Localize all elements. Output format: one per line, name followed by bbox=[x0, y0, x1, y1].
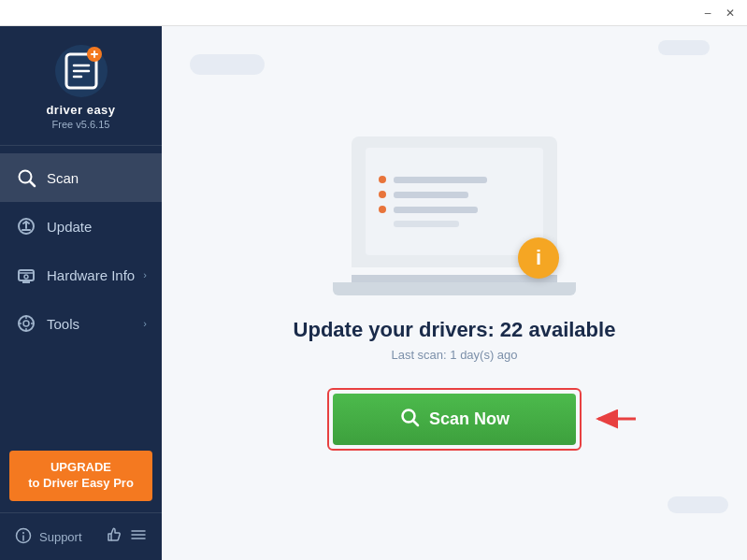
laptop-illustration: i bbox=[333, 136, 576, 295]
screen-line-4 bbox=[379, 221, 530, 227]
upgrade-button[interactable]: UPGRADE to Driver Easy Pro bbox=[9, 451, 152, 501]
screen-bar-3 bbox=[394, 207, 478, 213]
tools-chevron-icon: › bbox=[143, 318, 147, 329]
update-icon bbox=[15, 215, 37, 237]
sidebar-item-scan[interactable]: Scan bbox=[0, 153, 162, 202]
list-icon[interactable] bbox=[130, 526, 147, 547]
laptop-base bbox=[333, 282, 576, 295]
screen-dot-3 bbox=[379, 206, 386, 213]
svg-point-8 bbox=[24, 275, 28, 279]
support-icon bbox=[15, 527, 32, 547]
thumbs-up-icon[interactable] bbox=[106, 526, 122, 547]
screen-line-3 bbox=[379, 206, 530, 213]
svg-point-12 bbox=[23, 321, 29, 326]
sidebar-item-update[interactable]: Update bbox=[0, 202, 162, 251]
cloud-decoration-1 bbox=[190, 54, 265, 75]
scan-icon bbox=[15, 166, 37, 189]
title-bar: – ✕ bbox=[0, 0, 747, 26]
support-label: Support bbox=[39, 530, 82, 544]
laptop-hinge bbox=[352, 275, 557, 282]
cloud-decoration-2 bbox=[658, 40, 710, 55]
laptop-screen-inner bbox=[366, 148, 543, 255]
scan-btn-border: Scan Now bbox=[327, 388, 582, 451]
sidebar-item-update-label: Update bbox=[47, 219, 147, 235]
main-heading: Update your drivers: 22 available bbox=[294, 318, 616, 342]
screen-dot-1 bbox=[379, 176, 386, 183]
driver-easy-logo bbox=[55, 45, 108, 97]
svg-line-23 bbox=[413, 421, 418, 425]
sidebar: driver easy Free v5.6.15 Scan bbox=[0, 26, 162, 560]
screen-bar-1 bbox=[394, 177, 487, 183]
scan-now-label: Scan Now bbox=[429, 409, 510, 429]
support-link[interactable]: Support bbox=[15, 527, 82, 547]
main-subtext: Last scan: 1 day(s) ago bbox=[391, 348, 517, 362]
search-icon bbox=[399, 407, 420, 432]
screen-bar-4 bbox=[394, 221, 459, 227]
sidebar-footer: Support bbox=[0, 512, 162, 560]
screen-line-1 bbox=[379, 176, 530, 183]
logo-section: driver easy Free v5.6.15 bbox=[0, 26, 162, 146]
logo-text: driver easy bbox=[46, 103, 115, 117]
upgrade-line2: to Driver Easy Pro bbox=[17, 476, 145, 492]
logo-version: Free v5.6.15 bbox=[52, 119, 110, 130]
tools-icon bbox=[15, 312, 37, 335]
red-arrow-icon bbox=[591, 400, 638, 438]
app-body: driver easy Free v5.6.15 Scan bbox=[0, 26, 747, 560]
svg-line-4 bbox=[30, 181, 35, 186]
sidebar-item-hardware-label: Hardware Info bbox=[47, 267, 143, 283]
screen-dot-2 bbox=[379, 191, 386, 198]
info-badge: i bbox=[518, 237, 559, 279]
cloud-decoration-3 bbox=[668, 496, 728, 513]
scan-btn-container: Scan Now bbox=[327, 388, 582, 451]
scan-now-button[interactable]: Scan Now bbox=[333, 394, 576, 445]
hardware-chevron-icon: › bbox=[143, 269, 147, 280]
sidebar-item-scan-label: Scan bbox=[47, 170, 147, 186]
close-button[interactable]: ✕ bbox=[721, 4, 740, 22]
hardware-icon bbox=[15, 264, 37, 286]
screen-line-2 bbox=[379, 191, 530, 198]
screen-bar-2 bbox=[394, 192, 468, 198]
sidebar-item-tools[interactable]: Tools › bbox=[0, 299, 162, 348]
sidebar-nav: Scan Update bbox=[0, 146, 162, 439]
svg-point-18 bbox=[22, 532, 24, 534]
footer-icons bbox=[106, 526, 147, 547]
sidebar-item-tools-label: Tools bbox=[47, 316, 143, 332]
minimize-button[interactable]: – bbox=[698, 4, 717, 22]
sidebar-item-hardware-info[interactable]: Hardware Info › bbox=[0, 251, 162, 299]
upgrade-line1: UPGRADE bbox=[17, 460, 145, 476]
main-content: i Update your drivers: 22 available Last… bbox=[162, 26, 747, 560]
